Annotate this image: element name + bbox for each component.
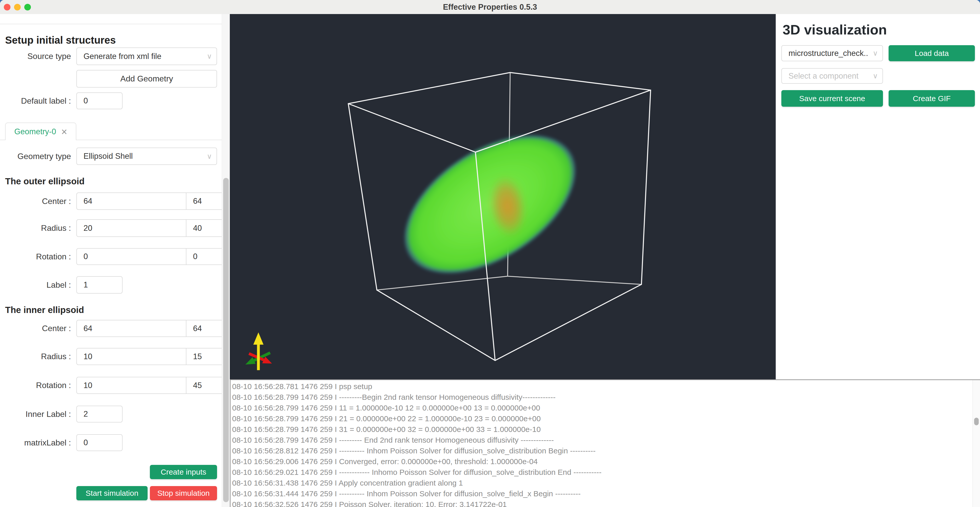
log-scrollbar-track[interactable] [973,380,980,507]
outer-radius-inputs [76,219,217,237]
source-type-value: Generate from xml file [77,52,202,61]
inner-radius-inputs [76,348,217,365]
chevron-down-icon: ∨ [868,72,883,80]
load-data-button[interactable]: Load data [889,45,975,61]
create-inputs-button[interactable]: Create inputs [150,465,217,479]
log-line: 08-10 16:56:28.799 1476 259 I --------- … [232,435,972,445]
tab-geometry-0-label: Geometry-0 [14,127,56,136]
outer-ellipsoid-title: The outer ellipsoid [5,176,84,186]
inner-ellipsoid-title: The inner ellipsoid [5,305,84,315]
render-viewport[interactable] [230,14,776,379]
setup-section-title: Setup initial structures [5,35,116,46]
source-type-label: Source type [0,48,71,65]
app-window: Effective Properties 0.5.3 Setup initial… [0,0,980,507]
create-gif-button[interactable]: Create GIF [889,90,975,107]
log-console[interactable]: 08-10 16:56:28.781 1476 259 I psp setup0… [230,379,980,507]
log-line: 08-10 16:56:28.799 1476 259 I 21 = 0.000… [232,413,972,424]
add-geometry-button[interactable]: Add Geometry [76,70,217,87]
log-line: 08-10 16:56:28.799 1476 259 I 11 = 1.000… [232,402,972,413]
chevron-down-icon: ∨ [868,49,883,57]
visualization-panel-title: 3D visualization [783,22,887,38]
title-bar: Effective Properties 0.5.3 [0,0,980,14]
default-label-input[interactable] [76,92,123,109]
dataset-dropdown[interactable]: microstructure_check.... ∨ [781,45,883,61]
matrix-label-label: matrixLabel : [0,434,71,451]
inner-rotation-x-input[interactable] [76,377,186,394]
setup-sidebar: Setup initial structures Source type Gen… [0,14,230,507]
outer-rotation-label: Rotation : [0,248,71,265]
outer-rotation-inputs [76,248,217,265]
save-scene-button[interactable]: Save current scene [781,90,883,107]
inner-rotation-label: Rotation : [0,377,71,394]
stop-simulation-button[interactable]: Stop simulation [150,486,217,501]
inner-center-x-input[interactable] [76,320,186,337]
dataset-dropdown-value: microstructure_check.... [782,49,868,58]
geometry-type-label: Geometry type [0,148,71,165]
inner-label-label: Inner Label : [0,406,71,423]
log-line: 08-10 16:56:29.006 1476 259 I Converged,… [232,456,972,467]
start-simulation-button[interactable]: Start simulation [76,486,148,501]
log-line: 08-10 16:56:31.438 1476 259 I Apply conc… [232,478,972,488]
outer-center-x-input[interactable] [76,192,186,210]
log-line: 08-10 16:56:28.799 1476 259 I 31 = 0.000… [232,424,972,435]
matrix-label-input[interactable] [76,434,123,451]
outer-rotation-x-input[interactable] [76,248,186,265]
geometry-type-dropdown[interactable]: Ellipsoid Shell ∨ [76,148,217,165]
tab-close-icon[interactable]: × [61,127,67,137]
log-line: 08-10 16:56:29.021 1476 259 I ----------… [232,467,972,478]
outer-label-input[interactable] [76,276,123,294]
sidebar-scrollbar-track[interactable] [222,14,230,507]
log-line: 08-10 16:56:28.799 1476 259 I ---------B… [232,392,972,402]
inner-radius-label: Radius : [0,348,71,365]
source-type-dropdown[interactable]: Generate from xml file ∨ [76,48,217,65]
inner-center-label: Center : [0,320,71,337]
sidebar-scrollbar-thumb[interactable] [223,178,229,502]
ellipsoid-volume [379,105,601,303]
log-line: 08-10 16:56:28.781 1476 259 I psp setup [232,381,972,392]
outer-radius-label: Radius : [0,219,71,237]
chevron-down-icon: ∨ [202,152,216,161]
scene-canvas [230,14,776,379]
tab-geometry-0[interactable]: Geometry-0 × [5,122,76,140]
window-title: Effective Properties 0.5.3 [0,0,980,14]
inner-label-input[interactable] [76,406,123,423]
log-line: 08-10 16:56:32.526 1476 259 I Poisson So… [232,499,972,507]
log-lines: 08-10 16:56:28.781 1476 259 I psp setup0… [232,381,972,507]
geometry-type-value: Ellipsoid Shell [77,152,202,161]
inner-center-inputs [76,320,217,337]
log-scrollbar-thumb[interactable] [974,418,979,425]
chevron-down-icon: ∨ [202,52,216,60]
sidebar-divider [0,24,230,24]
visualization-panel: 3D visualization microstructure_check...… [776,14,980,379]
outer-radius-x-input[interactable] [76,219,186,237]
log-line: 08-10 16:56:28.812 1476 259 I ----------… [232,445,972,456]
component-dropdown[interactable]: Select a component ∨ [781,68,883,84]
inner-rotation-inputs [76,377,217,394]
outer-label-label: Label : [0,276,71,294]
outer-center-inputs [76,192,217,210]
axes-orientation-widget [245,332,272,370]
default-label-label: Default label : [0,92,71,109]
outer-center-label: Center : [0,192,71,210]
inner-radius-x-input[interactable] [76,348,186,365]
component-dropdown-placeholder: Select a component [782,72,868,81]
log-line: 08-10 16:56:31.444 1476 259 I ----------… [232,488,972,499]
